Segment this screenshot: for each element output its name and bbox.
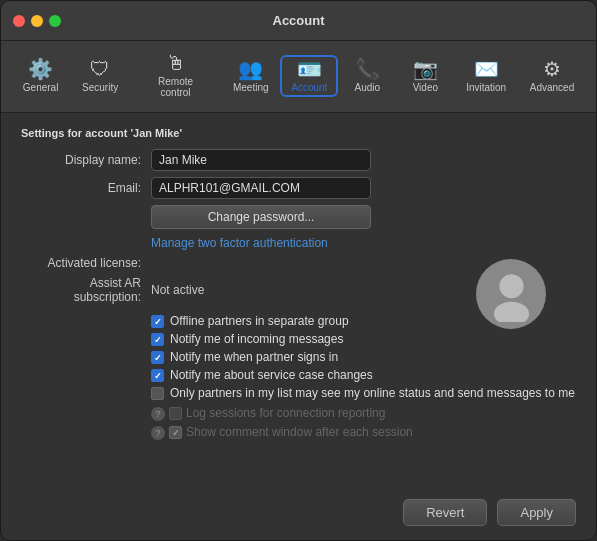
content-area: Settings for account 'Jan Mike' Display … (1, 113, 596, 489)
bottom-bar: Revert Apply (1, 489, 596, 540)
assist-ar-value: Not active (151, 283, 204, 297)
change-password-button[interactable]: Change password... (151, 205, 371, 229)
toolbar-label-general: General (23, 82, 59, 93)
assist-ar-label: Assist AR subscription: (21, 276, 151, 304)
toolbar: ⚙️ General 🛡 Security 🖱 Remote control 👥… (1, 41, 596, 113)
titlebar: Account (1, 1, 596, 41)
checkbox-only-partners-box[interactable] (151, 387, 164, 400)
checkbox-notify-service-case-box[interactable] (151, 369, 164, 382)
checkbox-notify-partner-signs-label: Notify me when partner signs in (170, 350, 338, 364)
help-icon-show-comment[interactable]: ? (151, 426, 165, 440)
help-icon-log-sessions[interactable]: ? (151, 407, 165, 421)
checkbox-log-sessions-box (169, 407, 182, 420)
disabled-log-sessions-row: ? Log sessions for connection reporting (151, 406, 576, 421)
minimize-button[interactable] (31, 15, 43, 27)
toolbar-item-invitation[interactable]: ✉️ Invitation (454, 53, 518, 99)
toolbar-label-remote-control: Remote control (142, 76, 209, 98)
checkbox-show-comment-box (169, 426, 182, 439)
meeting-icon: 👥 (238, 59, 263, 79)
window-title: Account (273, 13, 325, 28)
avatar (476, 259, 546, 329)
checkbox-only-partners-label: Only partners in my list may see my onli… (170, 386, 575, 400)
checkbox-offline-partners-box[interactable] (151, 315, 164, 328)
toolbar-label-invitation: Invitation (466, 82, 506, 93)
apply-button[interactable]: Apply (497, 499, 576, 526)
manage-link-row: Manage two factor authentication (21, 235, 576, 250)
email-row: Email: (21, 177, 576, 199)
display-name-input[interactable] (151, 149, 371, 171)
advanced-icon: ⚙ (543, 59, 561, 79)
toolbar-item-security[interactable]: 🛡 Security (70, 53, 130, 99)
checkbox-offline-partners-label: Offline partners in separate group (170, 314, 349, 328)
invitation-icon: ✉️ (474, 59, 499, 79)
toolbar-item-meeting[interactable]: 👥 Meeting (221, 53, 280, 99)
email-label: Email: (21, 181, 151, 195)
svg-point-1 (493, 301, 528, 321)
email-input[interactable] (151, 177, 371, 199)
checkbox-notify-incoming-label: Notify me of incoming messages (170, 332, 343, 346)
toolbar-label-security: Security (82, 82, 118, 93)
audio-icon: 📞 (355, 59, 380, 79)
checkbox-notify-incoming-box[interactable] (151, 333, 164, 346)
checkbox-only-partners[interactable]: Only partners in my list may see my onli… (151, 386, 576, 400)
checkbox-notify-incoming[interactable]: Notify me of incoming messages (151, 332, 576, 346)
toolbar-item-advanced[interactable]: ⚙ Advanced (518, 53, 586, 99)
traffic-lights (13, 15, 61, 27)
toolbar-item-account[interactable]: 🪪 Account (280, 55, 338, 97)
window: Account ⚙️ General 🛡 Security 🖱 Remote c… (0, 0, 597, 541)
display-name-row: Display name: (21, 149, 576, 171)
checkbox-notify-service-case-label: Notify me about service case changes (170, 368, 373, 382)
general-icon: ⚙️ (28, 59, 53, 79)
remote-control-icon: 🖱 (166, 53, 186, 73)
toolbar-item-general[interactable]: ⚙️ General (11, 53, 70, 99)
security-icon: 🛡 (90, 59, 110, 79)
activated-license-label: Activated license: (21, 256, 151, 270)
show-comment-label: Show comment window after each session (186, 425, 413, 439)
form-wrapper: Display name: Email: Change password... … (21, 149, 576, 479)
toolbar-label-audio: Audio (355, 82, 381, 93)
toolbar-item-remote-control[interactable]: 🖱 Remote control (130, 47, 221, 104)
change-password-row: Change password... (21, 205, 576, 229)
toolbar-item-audio[interactable]: 📞 Audio (338, 53, 396, 99)
revert-button[interactable]: Revert (403, 499, 487, 526)
checkbox-notify-partner-signs[interactable]: Notify me when partner signs in (151, 350, 576, 364)
checkbox-notify-service-case[interactable]: Notify me about service case changes (151, 368, 576, 382)
toolbar-label-advanced: Advanced (530, 82, 574, 93)
toolbar-label-video: Video (413, 82, 438, 93)
maximize-button[interactable] (49, 15, 61, 27)
close-button[interactable] (13, 15, 25, 27)
section-title: Settings for account 'Jan Mike' (21, 127, 576, 139)
avatar-svg (484, 267, 539, 322)
video-icon: 📷 (413, 59, 438, 79)
toolbar-label-account: Account (291, 82, 327, 93)
svg-point-0 (499, 274, 523, 298)
log-sessions-label: Log sessions for connection reporting (186, 406, 385, 420)
toolbar-item-video[interactable]: 📷 Video (396, 53, 454, 99)
display-name-label: Display name: (21, 153, 151, 167)
toolbar-label-meeting: Meeting (233, 82, 269, 93)
account-icon: 🪪 (297, 59, 322, 79)
checkbox-notify-partner-signs-box[interactable] (151, 351, 164, 364)
disabled-show-comment-row: ? Show comment window after each session (151, 425, 576, 440)
manage-two-factor-link[interactable]: Manage two factor authentication (151, 236, 328, 250)
avatar-area (476, 259, 546, 329)
